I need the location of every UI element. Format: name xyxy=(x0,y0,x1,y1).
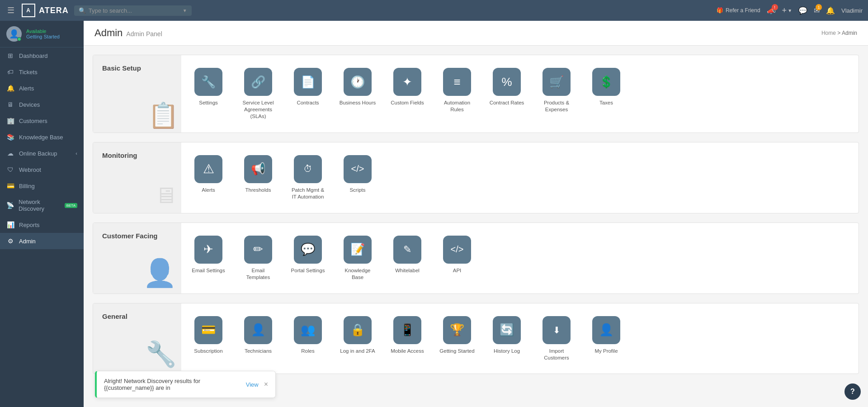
help-button[interactable]: ? xyxy=(844,383,861,400)
search-dropdown-arrow[interactable]: ▼ xyxy=(183,8,187,13)
top-navigation: ☰ A ATERA 🔍 ▼ 🎁 Refer a Friend 📣 ! + ▼ 💬… xyxy=(0,0,868,21)
contracts-item[interactable]: 📄 Contracts xyxy=(285,64,330,110)
sidebar-item-reports[interactable]: 📊 Reports xyxy=(0,217,84,233)
email-badge: 1 xyxy=(816,4,822,10)
general-label: General 🔧 xyxy=(93,303,181,374)
sla-item[interactable]: 🔗 Service Level Agreements (SLAs) xyxy=(236,64,281,123)
scripts-item[interactable]: </> Scripts xyxy=(335,151,380,197)
history-log-item[interactable]: 🔄 History Log xyxy=(484,312,529,358)
email-templates-label: Email Templates xyxy=(239,267,277,281)
devices-label: Devices xyxy=(19,101,40,108)
sidebar-item-online-backup[interactable]: ☁ Online Backup ‹ xyxy=(0,145,84,161)
sidebar-item-admin[interactable]: ⚙ Admin xyxy=(0,233,84,249)
billing-icon: 💳 xyxy=(6,182,14,189)
monitoring-section: Monitoring 🖥 ⚠ Alerts 📢 Thresholds ⏱ Pat… xyxy=(93,142,859,213)
dashboard-icon: ⊞ xyxy=(6,52,14,59)
toast-message: Alright! Network Discovery results for {… xyxy=(104,378,241,391)
subscription-icon: 💳 xyxy=(194,316,222,344)
alerts-item[interactable]: ⚠ Alerts xyxy=(186,151,231,197)
monitoring-title: Monitoring xyxy=(102,151,137,159)
email-settings-item[interactable]: ✈ Email Settings xyxy=(186,232,231,278)
products-expenses-icon: 🛒 xyxy=(542,68,571,96)
brand-name: ATERA xyxy=(39,6,69,15)
expand-icon: ‹ xyxy=(75,151,77,156)
chat-button[interactable]: 💬 xyxy=(798,6,807,15)
mobile-access-icon: 📱 xyxy=(393,316,421,344)
automation-rules-item[interactable]: ≡ Automation Rules xyxy=(434,64,480,117)
login-2fa-item[interactable]: 🔒 Log in and 2FA xyxy=(335,312,380,358)
toast-view-link[interactable]: View xyxy=(246,381,259,388)
api-item[interactable]: </> API xyxy=(434,232,480,278)
customer-facing-items: ✈ Email Settings ✏ Email Templates 💬 Por… xyxy=(181,223,859,293)
taxes-label: Taxes xyxy=(599,99,613,106)
contracts-icon: 📄 xyxy=(294,68,322,96)
billing-label: Billing xyxy=(19,183,35,189)
monitoring-items: ⚠ Alerts 📢 Thresholds ⏱ Patch Mgmt & IT … xyxy=(181,142,859,213)
subscription-item[interactable]: 💳 Subscription xyxy=(186,312,231,358)
plus-dropdown-arrow: ▼ xyxy=(788,8,792,13)
breadcrumb-home[interactable]: Home xyxy=(821,30,836,36)
main-layout: 👤 Available Getting Started ⊞ Dashboard … xyxy=(0,21,868,407)
taxes-item[interactable]: 💲 Taxes xyxy=(584,64,629,110)
sidebar-item-alerts[interactable]: 🔔 Alerts xyxy=(0,80,84,96)
refer-friend-button[interactable]: 🎁 Refer a Friend xyxy=(717,7,760,14)
getting-started-link[interactable]: Getting Started xyxy=(26,34,60,39)
tickets-label: Tickets xyxy=(19,69,38,76)
monitoring-bg-icon: 🖥 xyxy=(154,182,177,208)
contract-rates-icon: % xyxy=(493,68,521,96)
mobile-access-item[interactable]: 📱 Mobile Access xyxy=(385,312,430,358)
sidebar-item-customers[interactable]: 🏢 Customers xyxy=(0,113,84,129)
sidebar-item-tickets[interactable]: 🏷 Tickets xyxy=(0,64,84,80)
import-customers-item[interactable]: ⬇ Import Customers xyxy=(534,312,579,365)
taxes-icon: 💲 xyxy=(592,68,620,96)
technicians-item[interactable]: 👤 Technicians xyxy=(236,312,281,358)
getting-started-icon: 🏆 xyxy=(443,316,471,344)
page-subtitle: Admin Panel xyxy=(126,30,162,38)
knowledge-base-item[interactable]: 📝 Knowledge Base xyxy=(335,232,380,284)
email-templates-item[interactable]: ✏ Email Templates xyxy=(236,232,281,284)
patch-mgmt-item[interactable]: ⏱ Patch Mgmt & IT Automation xyxy=(285,151,330,204)
products-expenses-item[interactable]: 🛒 Products & Expenses xyxy=(534,64,579,117)
thresholds-item[interactable]: 📢 Thresholds xyxy=(236,151,281,197)
search-input[interactable] xyxy=(89,7,179,14)
megaphone-badge: ! xyxy=(772,4,778,10)
toast-close-button[interactable]: × xyxy=(264,380,268,388)
whitelabel-item[interactable]: ✎ Whitelabel xyxy=(385,232,430,278)
email-settings-icon: ✈ xyxy=(194,236,222,264)
beta-badge: BETA xyxy=(65,203,77,208)
sidebar-item-network-discovery[interactable]: 📡 Network Discovery BETA xyxy=(0,194,84,217)
sidebar-item-knowledge-base[interactable]: 📚 Knowledge Base xyxy=(0,129,84,145)
settings-item[interactable]: 🔧 Settings xyxy=(186,64,231,110)
online-backup-label: Online Backup xyxy=(19,150,57,157)
avatar: 👤 xyxy=(6,26,22,42)
admin-icon: ⚙ xyxy=(6,237,14,245)
add-button[interactable]: + ▼ xyxy=(782,6,792,15)
custom-fields-item[interactable]: ✦ Custom Fields xyxy=(385,64,430,110)
hamburger-button[interactable]: ☰ xyxy=(5,4,16,17)
sidebar-item-devices[interactable]: 🖥 Devices xyxy=(0,96,84,113)
getting-started-item[interactable]: 🏆 Getting Started xyxy=(434,312,480,358)
import-customers-icon: ⬇ xyxy=(542,316,571,344)
megaphone-button[interactable]: 📣 ! xyxy=(767,6,776,15)
general-items: 💳 Subscription 👤 Technicians 👥 Roles 🔒 L… xyxy=(181,303,859,374)
email-button[interactable]: ✉ 1 xyxy=(814,6,820,15)
portal-settings-item[interactable]: 💬 Portal Settings xyxy=(285,232,330,278)
admin-content: Basic Setup 📋 🔧 Settings 🔗 Service Level… xyxy=(84,46,868,383)
business-hours-item[interactable]: 🕐 Business Hours xyxy=(335,64,380,110)
general-bg-icon: 🔧 xyxy=(146,340,177,369)
my-profile-item[interactable]: 👤 My Profile xyxy=(584,312,629,358)
main-content: Admin Admin Panel Home > Admin Basic Set… xyxy=(84,21,868,407)
notification-bell[interactable]: 🔔 xyxy=(826,6,835,15)
contract-rates-item[interactable]: % Contract Rates xyxy=(484,64,529,110)
webroot-icon: 🛡 xyxy=(6,166,14,173)
customers-icon: 🏢 xyxy=(6,117,14,124)
user-name[interactable]: Vladimir xyxy=(841,7,863,14)
knowledge-base-icon: 📝 xyxy=(344,236,372,264)
roles-item[interactable]: 👥 Roles xyxy=(285,312,330,358)
scripts-label: Scripts xyxy=(349,187,365,194)
reports-label: Reports xyxy=(19,222,40,228)
breadcrumb-separator: > xyxy=(837,30,842,36)
sidebar-item-dashboard[interactable]: ⊞ Dashboard xyxy=(0,47,84,64)
sidebar-item-billing[interactable]: 💳 Billing xyxy=(0,178,84,194)
sidebar-item-webroot[interactable]: 🛡 Webroot xyxy=(0,161,84,178)
